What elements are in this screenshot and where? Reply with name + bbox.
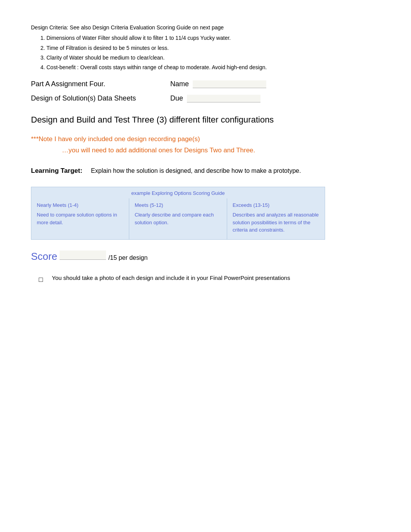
scoring-guide: example Exploring Options Scoring Guide … <box>31 187 325 240</box>
main-title: Design and Build and Test Three (3) diff… <box>31 114 380 126</box>
sg-col-meets: Meets (5-12) Clearly describe and compar… <box>129 198 227 239</box>
due-label: Due <box>170 94 183 102</box>
sg-col-header-1: Nearly Meets (1-4) <box>37 201 123 209</box>
scoring-guide-columns: Nearly Meets (1-4) Need to compare solut… <box>31 198 325 239</box>
design-criteria-item-4: Cost-benefit : Overall costs stays withi… <box>46 63 380 72</box>
bullet-section: □ You should take a photo of each design… <box>39 273 380 285</box>
learning-target-label: Learning Target: <box>31 167 82 174</box>
learning-target-text: Explain how the solution is designed, an… <box>91 167 301 174</box>
score-label: Score <box>31 251 57 263</box>
sg-col-body-3: Describes and analyzes all reasonable so… <box>233 211 319 234</box>
design-criteria-intro: Design Criteria: See also Design Criteri… <box>31 23 380 32</box>
part-row-2: Design of Solution(s) Data Sheets Due <box>31 94 380 102</box>
due-field[interactable] <box>187 95 260 102</box>
score-line: Score /15 per design <box>31 251 380 263</box>
note-section: ***Note I have only included one design … <box>31 134 380 156</box>
sg-col-header-2: Meets (5-12) <box>135 201 221 209</box>
bullet-text: You should take a photo of each design a… <box>52 273 290 283</box>
part-label: Part A Assignment Four. <box>31 80 147 88</box>
learning-target: Learning Target: Explain how the solutio… <box>31 165 380 176</box>
sg-col-body-2: Clearly describe and compare each soluti… <box>135 211 221 226</box>
name-label: Name <box>170 80 189 88</box>
design-criteria-item-2: Time of Filtration is desired to be 5 mi… <box>46 43 380 53</box>
score-field[interactable] <box>60 251 106 260</box>
design-criteria-section: Design Criteria: See also Design Criteri… <box>31 23 380 72</box>
note-line2: …you will need to add additional ones fo… <box>62 145 380 156</box>
due-group: Due <box>170 94 260 102</box>
note-line1: ***Note I have only included one design … <box>31 134 380 145</box>
bullet-icon: □ <box>39 274 46 285</box>
part-section: Part A Assignment Four. Name Design of S… <box>31 80 380 102</box>
bullet-item: □ You should take a photo of each design… <box>39 273 380 285</box>
score-suffix: /15 per design <box>108 254 147 261</box>
sg-col-exceeds: Exceeds (13-15) Describes and analyzes a… <box>227 198 325 239</box>
part-row-1: Part A Assignment Four. Name <box>31 80 380 88</box>
sg-col-body-1: Need to compare solution options in more… <box>37 211 123 226</box>
name-field[interactable] <box>193 80 266 88</box>
design-criteria-item-1: Dimensions of Water Filter should allow … <box>46 33 380 43</box>
design-criteria-list: Dimensions of Water Filter should allow … <box>46 33 380 72</box>
design-criteria-item-3: Clarity of Water should be medium to cle… <box>46 53 380 63</box>
design-label: Design of Solution(s) Data Sheets <box>31 94 147 102</box>
name-group: Name <box>170 80 266 88</box>
scoring-guide-title: example Exploring Options Scoring Guide <box>31 187 325 198</box>
sg-col-header-3: Exceeds (13-15) <box>233 201 319 209</box>
sg-col-nearly-meets: Nearly Meets (1-4) Need to compare solut… <box>31 198 129 239</box>
